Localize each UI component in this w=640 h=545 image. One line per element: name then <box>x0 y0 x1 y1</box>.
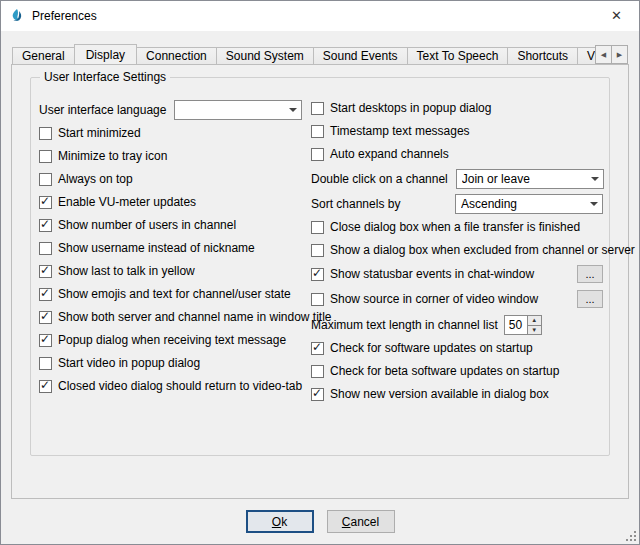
checkbox-box[interactable] <box>39 288 52 301</box>
checkbox-box[interactable] <box>39 380 52 393</box>
double-click-select[interactable]: Join or leave <box>456 169 604 189</box>
language-select[interactable] <box>174 100 302 120</box>
checkbox-check-beta-updates[interactable]: Check for beta software updates on start… <box>311 363 603 379</box>
checkbox-show-user-count[interactable]: Show number of users in channel <box>39 217 307 233</box>
sort-channels-row: Sort channels by Ascending <box>311 194 603 214</box>
checkbox-video-return-tab[interactable]: Closed video dialog should return to vid… <box>39 378 307 394</box>
checkbox-minimize-to-tray[interactable]: Minimize to tray icon <box>39 148 307 164</box>
checkbox-box[interactable] <box>39 196 52 209</box>
close-button[interactable]: ✕ <box>594 1 639 31</box>
app-logo-icon <box>9 8 25 24</box>
checkbox-popup-text-message[interactable]: Popup dialog when receiving text message <box>39 332 307 348</box>
checkbox-always-on-top[interactable]: Always on top <box>39 171 307 187</box>
cancel-button-label: Cancel <box>342 515 379 529</box>
spin-down-icon[interactable]: ▼ <box>528 326 541 335</box>
ui-settings-groupbox: User Interface Settings User interface l… <box>30 77 610 456</box>
tab-bar: General Display Connection Sound System … <box>12 44 628 65</box>
checkbox-box[interactable] <box>39 173 52 186</box>
preferences-dialog: Preferences ✕ General Display Connection… <box>0 0 640 545</box>
check-icon <box>312 266 322 280</box>
check-icon <box>40 332 50 346</box>
checkbox-timestamp-messages[interactable]: Timestamp text messages <box>311 123 603 139</box>
resize-grip[interactable] <box>624 529 637 542</box>
checkbox-last-talk-yellow[interactable]: Show last to talk in yellow <box>39 263 307 279</box>
chevron-down-icon <box>587 177 603 181</box>
tab-text-to-speech[interactable]: Text To Speech <box>407 47 509 65</box>
checkbox-label: Show username instead of nickname <box>58 241 255 255</box>
sort-channels-select[interactable]: Ascending <box>455 194 603 214</box>
checkbox-show-username[interactable]: Show username instead of nickname <box>39 240 307 256</box>
sort-channels-label: Sort channels by <box>311 197 400 211</box>
check-icon <box>312 386 322 400</box>
checkbox-box[interactable] <box>311 365 324 378</box>
video-source-more-button[interactable]: ... <box>577 290 603 308</box>
checkbox-label: Close dialog box when a file transfer is… <box>330 220 580 234</box>
double-click-select-value: Join or leave <box>462 172 587 186</box>
checkbox-label: Enable VU-meter updates <box>58 195 196 209</box>
cancel-button[interactable]: Cancel <box>327 510 395 533</box>
checkbox-label: Show emojis and text for channel/user st… <box>58 287 291 301</box>
checkbox-label: Start desktops in popup dialog <box>330 101 491 115</box>
checkbox-label: Closed video dialog should return to vid… <box>58 379 302 393</box>
checkbox-box[interactable] <box>39 311 52 324</box>
tab-scroll-right-button[interactable]: ▶ <box>611 45 628 64</box>
checkbox-box[interactable] <box>311 148 324 161</box>
close-icon: ✕ <box>611 8 622 23</box>
checkbox-box[interactable] <box>311 102 324 115</box>
checkbox-box[interactable] <box>39 242 52 255</box>
checkbox-close-on-transfer-finished[interactable]: Close dialog box when a file transfer is… <box>311 219 603 235</box>
check-icon <box>40 286 50 300</box>
checkbox-box[interactable] <box>311 125 324 138</box>
window-title: Preferences <box>32 9 97 23</box>
checkbox-vu-meter-updates[interactable]: Enable VU-meter updates <box>39 194 307 210</box>
checkbox-desktops-popup[interactable]: Start desktops in popup dialog <box>311 100 603 116</box>
checkbox-box[interactable] <box>39 334 52 347</box>
tab-display[interactable]: Display <box>74 44 137 65</box>
check-icon <box>40 309 50 323</box>
language-label: User interface language <box>39 103 166 117</box>
tab-sound-system[interactable]: Sound System <box>216 47 314 65</box>
checkbox-emojis-text-state[interactable]: Show emojis and text for channel/user st… <box>39 286 307 302</box>
checkbox-label: Show source in corner of video window <box>330 292 538 306</box>
checkbox-dialog-on-excluded[interactable]: Show a dialog box when excluded from cha… <box>311 242 603 258</box>
checkbox-server-channel-in-title[interactable]: Show both server and channel name in win… <box>39 309 307 325</box>
dialog-button-bar: Ok Cancel <box>1 510 639 533</box>
max-text-length-row: Maximum text length in channel list 50 ▲… <box>311 315 603 335</box>
checkbox-label: Show new version available in dialog box <box>330 387 549 401</box>
checkbox-auto-expand-channels[interactable]: Auto expand channels <box>311 146 603 162</box>
checkbox-start-minimized[interactable]: Start minimized <box>39 125 307 141</box>
checkbox-label: Popup dialog when receiving text message <box>58 333 286 347</box>
checkbox-show-new-version[interactable]: Show new version available in dialog box <box>311 386 603 402</box>
checkbox-label: Show last to talk in yellow <box>58 264 195 278</box>
tab-sound-events[interactable]: Sound Events <box>313 47 408 65</box>
ok-button-label: Ok <box>272 515 287 529</box>
tab-connection[interactable]: Connection <box>136 47 217 65</box>
left-column: User interface language Start minimized … <box>39 100 307 401</box>
checkbox-video-source-corner[interactable] <box>311 293 324 306</box>
checkbox-box[interactable] <box>39 219 52 232</box>
display-tab-panel: User Interface Settings User interface l… <box>11 64 629 499</box>
checkbox-box[interactable] <box>311 342 324 355</box>
checkbox-box[interactable] <box>39 150 52 163</box>
check-icon <box>312 340 322 354</box>
checkbox-box[interactable] <box>39 127 52 140</box>
checkbox-label: Show both server and channel name in win… <box>58 310 332 324</box>
checkbox-box[interactable] <box>311 388 324 401</box>
tab-scroll-left-button[interactable]: ◀ <box>595 45 612 64</box>
max-text-length-spinbox[interactable]: 50 ▲ ▼ <box>504 315 542 335</box>
ok-button[interactable]: Ok <box>246 510 314 533</box>
spinbox-value[interactable]: 50 <box>504 315 527 335</box>
checkbox-box[interactable] <box>311 221 324 234</box>
checkbox-box[interactable] <box>39 357 52 370</box>
check-icon <box>40 378 50 392</box>
statusbar-events-more-button[interactable]: ... <box>577 265 603 283</box>
checkbox-box[interactable] <box>311 244 324 257</box>
checkbox-statusbar-events[interactable] <box>311 268 324 281</box>
tab-general[interactable]: General <box>12 47 75 65</box>
spin-up-icon[interactable]: ▲ <box>528 316 541 326</box>
tab-shortcuts[interactable]: Shortcuts <box>507 47 578 65</box>
double-click-label: Double click on a channel <box>311 172 448 186</box>
checkbox-start-video-popup[interactable]: Start video in popup dialog <box>39 355 307 371</box>
checkbox-check-updates[interactable]: Check for software updates on startup <box>311 340 603 356</box>
checkbox-box[interactable] <box>39 265 52 278</box>
